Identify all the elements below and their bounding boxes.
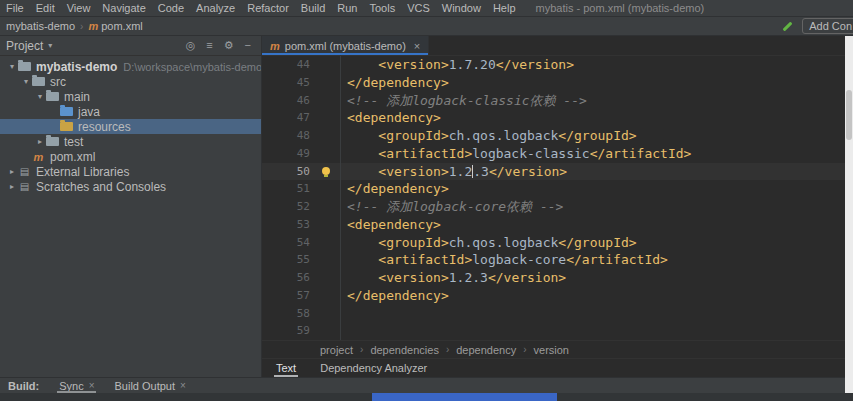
code-line-55[interactable]: 55 <artifactId>logback-core</artifactId> bbox=[262, 251, 853, 269]
menu-item-analyze[interactable]: Analyze bbox=[190, 2, 241, 14]
code-text: <artifactId>logback-core</artifactId> bbox=[340, 251, 853, 269]
tree-item-label: resources bbox=[78, 120, 131, 134]
menu-item-code[interactable]: Code bbox=[152, 2, 190, 14]
menu-item-vcs[interactable]: VCS bbox=[401, 2, 436, 14]
chevron-down-icon[interactable]: ▾ bbox=[48, 41, 52, 50]
code-line-50[interactable]: 50 <version>1.2.3</version> bbox=[262, 163, 853, 181]
code-line-52[interactable]: 52<!-- 添加logback-core依赖 --> bbox=[262, 198, 853, 216]
breadcrumb-dependencies[interactable]: dependencies bbox=[370, 344, 439, 356]
chevron-down-icon[interactable]: ▾ bbox=[6, 62, 18, 71]
locate-icon[interactable]: ◎ bbox=[186, 39, 196, 52]
close-icon[interactable]: × bbox=[180, 380, 186, 391]
tree-item-label: Scratches and Consoles bbox=[36, 180, 166, 194]
tree-item-scratches-and-consoles[interactable]: ▸▤Scratches and Consoles bbox=[0, 179, 261, 194]
tree-item-mybatis-demo[interactable]: ▾mybatis-demoD:\workspace\mybatis-demo bbox=[0, 59, 261, 74]
project-panel-title[interactable]: Project bbox=[6, 39, 43, 53]
menu-item-tools[interactable]: Tools bbox=[363, 2, 401, 14]
breadcrumb-item-mybatis-demo[interactable]: mybatis-demo bbox=[6, 20, 75, 32]
editor-view-tabs: TextDependency Analyzer bbox=[262, 358, 853, 377]
nav-breadcrumb: mybatis-demo›mpom.xml bbox=[6, 20, 143, 32]
tree-item-test[interactable]: ▸test bbox=[0, 134, 261, 149]
code-tag: </groupId> bbox=[558, 235, 636, 250]
build-tabs: Sync×Build Output× bbox=[55, 378, 202, 393]
editor-tab-pom-xml[interactable]: m pom.xml (mybatis-demo) × bbox=[262, 36, 429, 55]
close-icon[interactable]: × bbox=[89, 380, 95, 391]
breadcrumb-separator-icon: › bbox=[523, 344, 526, 355]
breadcrumb-label: mybatis-demo bbox=[6, 20, 75, 32]
chevron-right-icon[interactable]: ▸ bbox=[34, 137, 46, 146]
menu-item-view[interactable]: View bbox=[61, 2, 97, 14]
line-number: 54 bbox=[262, 234, 314, 252]
code-text: <groupId>ch.qos.logback</groupId> bbox=[340, 127, 853, 145]
status-progress bbox=[372, 393, 557, 401]
view-tab-dependency-analyzer[interactable]: Dependency Analyzer bbox=[318, 359, 429, 377]
build-tab-label: Sync bbox=[59, 380, 83, 392]
view-tab-text[interactable]: Text bbox=[274, 359, 298, 377]
chevron-down-icon[interactable]: ▾ bbox=[20, 77, 32, 86]
menu-item-edit[interactable]: Edit bbox=[30, 2, 61, 14]
code-text: <version>1.2.3</version> bbox=[340, 163, 853, 181]
line-number: 45 bbox=[262, 74, 314, 92]
code-line-45[interactable]: 45</dependency> bbox=[262, 74, 853, 92]
tree-item-external-libraries[interactable]: ▸▤External Libraries bbox=[0, 164, 261, 179]
close-icon[interactable]: × bbox=[414, 40, 420, 52]
editor-breadcrumbs: project›dependencies›dependency›version bbox=[262, 340, 853, 358]
menu-item-window[interactable]: Window bbox=[436, 2, 487, 14]
code-line-46[interactable]: 46<!-- 添加logback-classic依赖 --> bbox=[262, 92, 853, 110]
code-line-57[interactable]: 57</dependency> bbox=[262, 287, 853, 305]
hide-panel-icon[interactable]: − bbox=[245, 39, 251, 52]
add-configuration-button[interactable]: Add Con bbox=[802, 18, 853, 34]
gutter-space bbox=[314, 109, 340, 127]
menu-item-navigate[interactable]: Navigate bbox=[96, 2, 151, 14]
menu-item-help[interactable]: Help bbox=[487, 2, 522, 14]
folder-icon bbox=[46, 92, 59, 101]
collapse-all-icon[interactable]: ≡ bbox=[206, 39, 212, 52]
tree-item-java[interactable]: java bbox=[0, 104, 261, 119]
code-line-54[interactable]: 54 <groupId>ch.qos.logback</groupId> bbox=[262, 234, 853, 252]
gutter-space bbox=[314, 127, 340, 145]
breadcrumb-item-pom-xml[interactable]: mpom.xml bbox=[88, 20, 142, 32]
code-tag: <dependency> bbox=[347, 110, 441, 125]
code-line-56[interactable]: 56 <version>1.2.3</version> bbox=[262, 269, 853, 287]
build-tab-build-output[interactable]: Build Output× bbox=[110, 378, 189, 393]
code-line-49[interactable]: 49 <artifactId>logback-classic</artifact… bbox=[262, 145, 853, 163]
code-tag: <version> bbox=[378, 270, 448, 285]
chevron-down-icon[interactable]: ▾ bbox=[34, 92, 46, 101]
scrollbar-thumb[interactable] bbox=[846, 90, 852, 140]
code-line-47[interactable]: 47<dependency> bbox=[262, 109, 853, 127]
menu-item-file[interactable]: File bbox=[0, 2, 30, 14]
code-line-51[interactable]: 51</dependency> bbox=[262, 180, 853, 198]
chevron-right-icon[interactable]: ▸ bbox=[6, 167, 18, 176]
intention-bulb-icon[interactable] bbox=[314, 163, 340, 181]
chevron-right-icon[interactable]: ▸ bbox=[6, 182, 18, 191]
navigation-toolbar: mybatis-demo›mpom.xml Add Con bbox=[0, 17, 853, 36]
gutter-space bbox=[314, 216, 340, 234]
editor-code[interactable]: 44 <version>1.7.20</version>45</dependen… bbox=[262, 56, 853, 340]
code-line-48[interactable]: 48 <groupId>ch.qos.logback</groupId> bbox=[262, 127, 853, 145]
code-comment: <!-- 添加logback-classic依赖 --> bbox=[347, 93, 587, 108]
code-text: <version>1.7.20</version> bbox=[340, 56, 853, 74]
menu-item-build[interactable]: Build bbox=[295, 2, 331, 14]
gutter-space bbox=[314, 92, 340, 110]
menu-item-refactor[interactable]: Refactor bbox=[241, 2, 295, 14]
code-line-58[interactable]: 58 bbox=[262, 305, 853, 323]
code-text: <artifactId>logback-classic</artifactId> bbox=[340, 145, 853, 163]
breadcrumb-dependency[interactable]: dependency bbox=[456, 344, 516, 356]
libraries-icon: ▤ bbox=[18, 166, 31, 177]
code-text bbox=[340, 305, 853, 323]
tree-item-src[interactable]: ▾src bbox=[0, 74, 261, 89]
settings-gear-icon[interactable]: ⚙ bbox=[224, 39, 234, 52]
tree-item-main[interactable]: ▾main bbox=[0, 89, 261, 104]
tree-item-resources[interactable]: resources bbox=[0, 119, 261, 134]
tree-item-pom-xml[interactable]: mpom.xml bbox=[0, 149, 261, 164]
build-tab-sync[interactable]: Sync× bbox=[55, 378, 98, 393]
code-line-44[interactable]: 44 <version>1.7.20</version> bbox=[262, 56, 853, 74]
menu-item-run[interactable]: Run bbox=[331, 2, 363, 14]
breadcrumb-version[interactable]: version bbox=[534, 344, 569, 356]
code-line-53[interactable]: 53<dependency> bbox=[262, 216, 853, 234]
breadcrumb-project[interactable]: project bbox=[320, 344, 353, 356]
code-tag: <groupId> bbox=[378, 235, 448, 250]
breadcrumb-separator-icon: › bbox=[80, 21, 83, 32]
code-line-59[interactable]: 59 bbox=[262, 322, 853, 340]
gutter-space bbox=[314, 251, 340, 269]
